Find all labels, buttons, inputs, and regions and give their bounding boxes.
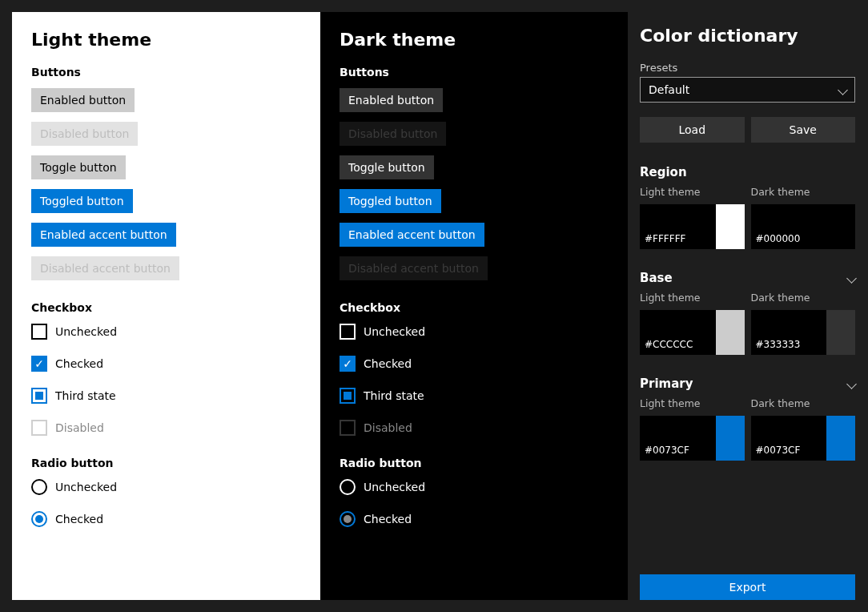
color-chip	[826, 310, 855, 355]
light-checkbox-disabled: Disabled	[31, 420, 301, 436]
presets-label: Presets	[640, 62, 855, 74]
color-dictionary-panel: Color dictionary Presets Default Load Sa…	[633, 0, 868, 612]
checkbox-indeterminate-icon	[340, 388, 356, 404]
light-checkbox-unchecked[interactable]: Unchecked	[31, 324, 301, 340]
region-lt-label: Light theme	[640, 186, 745, 198]
checkbox-icon	[31, 324, 47, 340]
primary-dark-swatch[interactable]: #0073CF	[751, 416, 856, 461]
dark-radio-unchecked[interactable]: Unchecked	[340, 479, 609, 495]
presets-dropdown[interactable]: Default	[640, 77, 855, 103]
color-chip	[716, 310, 745, 355]
dark-buttons-heading: Buttons	[340, 66, 609, 79]
base-dark-swatch[interactable]: #333333	[751, 310, 856, 355]
checkbox-disabled-icon	[340, 420, 356, 436]
dark-checkbox-disabled: Disabled	[340, 420, 609, 436]
checkbox-disabled-icon	[31, 420, 47, 436]
primary-light-swatch[interactable]: #0073CF	[640, 416, 745, 461]
checkbox-indeterminate-icon	[31, 388, 47, 404]
chevron-down-icon	[848, 376, 855, 391]
region-light-swatch[interactable]: #FFFFFF	[640, 204, 745, 249]
light-radio-heading: Radio button	[31, 457, 301, 469]
dark-disabled-accent-button: Disabled accent button	[340, 256, 488, 280]
light-toggled-button[interactable]: Toggled button	[31, 189, 133, 213]
light-enabled-accent-button[interactable]: Enabled accent button	[31, 223, 176, 247]
load-button[interactable]: Load	[640, 117, 745, 143]
light-disabled-accent-button: Disabled accent button	[31, 256, 179, 280]
dark-checkbox-third[interactable]: Third state	[340, 388, 609, 404]
dark-disabled-button: Disabled button	[340, 122, 446, 146]
radio-icon	[340, 479, 356, 495]
light-enabled-button[interactable]: Enabled button	[31, 88, 135, 112]
chevron-down-icon	[839, 83, 846, 96]
dark-theme-panel: Dark theme Buttons Enabled button Disabl…	[320, 12, 628, 600]
primary-lt-label: Light theme	[640, 397, 745, 409]
base-dt-label: Dark theme	[751, 292, 856, 304]
side-title: Color dictionary	[640, 26, 855, 46]
radio-icon	[31, 479, 47, 495]
checkbox-checked-icon	[31, 356, 47, 372]
color-chip	[716, 416, 745, 461]
color-chip	[826, 416, 855, 461]
color-chip	[826, 204, 855, 249]
light-theme-panel: Light theme Buttons Enabled button Disab…	[12, 12, 320, 600]
base-lt-label: Light theme	[640, 292, 745, 304]
radio-checked-icon	[340, 511, 356, 527]
light-radio-checked[interactable]: Checked	[31, 511, 301, 527]
region-group-header[interactable]: Region	[640, 165, 855, 179]
dark-enabled-button[interactable]: Enabled button	[340, 88, 443, 112]
radio-checked-icon	[31, 511, 47, 527]
dark-toggled-button[interactable]: Toggled button	[340, 189, 441, 213]
region-dark-swatch[interactable]: #000000	[751, 204, 856, 249]
light-checkbox-heading: Checkbox	[31, 301, 301, 314]
dark-radio-heading: Radio button	[340, 457, 609, 469]
dark-enabled-accent-button[interactable]: Enabled accent button	[340, 223, 484, 247]
dark-toggle-button[interactable]: Toggle button	[340, 155, 434, 179]
color-chip	[716, 204, 745, 249]
dark-checkbox-checked[interactable]: Checked	[340, 356, 609, 372]
primary-group-header[interactable]: Primary	[640, 376, 855, 391]
light-buttons-heading: Buttons	[31, 66, 301, 79]
dark-checkbox-heading: Checkbox	[340, 301, 609, 314]
light-radio-unchecked[interactable]: Unchecked	[31, 479, 301, 495]
chevron-down-icon	[848, 270, 855, 285]
light-title: Light theme	[31, 30, 301, 50]
export-button[interactable]: Export	[640, 574, 855, 600]
dark-title: Dark theme	[340, 30, 609, 50]
save-button[interactable]: Save	[751, 117, 856, 143]
light-checkbox-checked[interactable]: Checked	[31, 356, 301, 372]
base-group-header[interactable]: Base	[640, 270, 855, 285]
base-light-swatch[interactable]: #CCCCCC	[640, 310, 745, 355]
light-disabled-button: Disabled button	[31, 122, 138, 146]
primary-dt-label: Dark theme	[751, 397, 856, 409]
light-checkbox-third[interactable]: Third state	[31, 388, 301, 404]
checkbox-checked-icon	[340, 356, 356, 372]
light-toggle-button[interactable]: Toggle button	[31, 155, 126, 179]
checkbox-icon	[340, 324, 356, 340]
presets-value: Default	[649, 83, 689, 96]
dark-radio-checked[interactable]: Checked	[340, 511, 609, 527]
region-dt-label: Dark theme	[751, 186, 856, 198]
dark-checkbox-unchecked[interactable]: Unchecked	[340, 324, 609, 340]
